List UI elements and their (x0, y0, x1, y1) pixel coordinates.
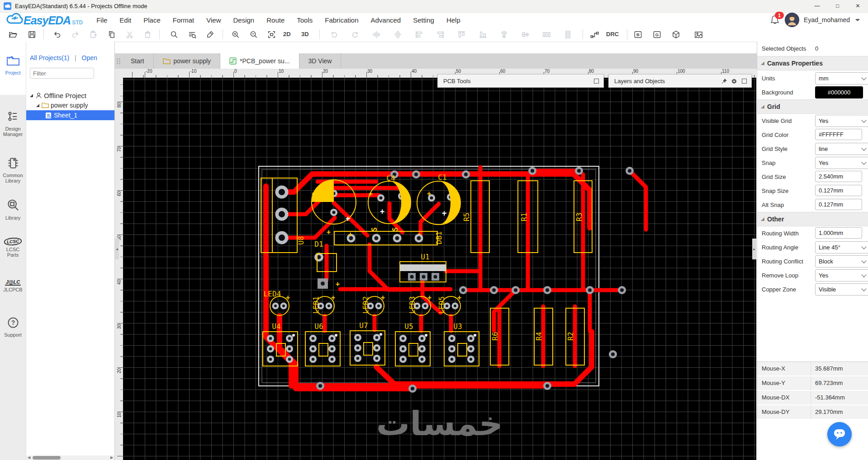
zoom-out-button[interactable] (248, 29, 259, 40)
zoom-in-button[interactable] (230, 29, 241, 40)
rail-item-support[interactable]: ? Support (0, 316, 26, 338)
collapse-left-panel-handle[interactable]: ◂ (115, 239, 119, 259)
drc-button[interactable]: DRC (606, 29, 619, 40)
open-link[interactable]: Open (82, 54, 97, 61)
align-right-button[interactable] (435, 29, 446, 40)
tab-drag-handle[interactable] (116, 58, 121, 64)
menu-help[interactable]: Help (446, 16, 460, 24)
delete-button[interactable] (142, 29, 153, 40)
rotate-cw-button[interactable] (350, 29, 360, 40)
menu-fabrication[interactable]: Fabrication (325, 16, 358, 24)
collapse-right-panel-handle[interactable]: ▸ (752, 239, 756, 259)
rail-item-design-manager[interactable]: Design Manager (0, 110, 26, 137)
tab-3d-view[interactable]: 3D View (299, 53, 342, 69)
expand-caret-icon[interactable] (30, 94, 33, 97)
copper-zone-select[interactable]: Visible (815, 283, 868, 296)
menu-edit[interactable]: Edit (119, 16, 131, 24)
snap-select[interactable]: Yes (815, 157, 868, 169)
support-chat-button[interactable] (827, 422, 852, 446)
flip-horizontal-button[interactable] (371, 29, 382, 40)
tab-power-supply[interactable]: power supply (154, 53, 221, 69)
rail-item-common-library[interactable]: Common Library (0, 157, 26, 183)
redo-button[interactable] (70, 29, 81, 40)
expand-caret-icon[interactable] (36, 104, 39, 107)
cut-button[interactable] (124, 29, 135, 40)
scrollbar-thumb[interactable] (33, 456, 61, 460)
other-section[interactable]: Other (757, 212, 868, 226)
tree-node-offline-project[interactable]: Offline Project (26, 90, 114, 100)
visible-grid-select[interactable]: Yes (815, 115, 868, 127)
open-button[interactable] (7, 29, 18, 40)
menu-route[interactable]: Route (266, 16, 285, 24)
all-projects-link[interactable]: All Projects(1) (30, 54, 69, 61)
expand-panel-icon[interactable] (593, 78, 599, 84)
brush-button[interactable] (204, 29, 215, 40)
menu-format[interactable]: Format (173, 16, 194, 24)
pin-icon[interactable] (721, 78, 727, 84)
grid-style-select[interactable]: line (815, 143, 868, 155)
gerber-button[interactable]: G (651, 29, 662, 40)
tree-node-power-supply[interactable]: power supply (26, 100, 114, 110)
view-3d-button[interactable]: 3D (301, 29, 309, 40)
align-top-button[interactable] (456, 29, 467, 40)
rail-item-library[interactable]: Library (0, 198, 26, 221)
menu-place[interactable]: Place (143, 16, 161, 24)
menu-tools[interactable]: Tools (297, 16, 313, 24)
units-select[interactable]: mm (815, 72, 868, 84)
filter-input[interactable] (30, 68, 94, 79)
grid-section[interactable]: Grid (757, 99, 868, 114)
routing-angle-select[interactable]: Line 45° (815, 241, 868, 253)
username[interactable]: Eyad_mohamed (804, 16, 850, 23)
close-button[interactable]: ✕ (848, 0, 868, 12)
image-export-button[interactable] (693, 29, 704, 40)
align-left-button[interactable] (413, 29, 424, 40)
rail-item-project[interactable]: Project (0, 55, 26, 75)
route-button[interactable] (589, 29, 600, 40)
menu-design[interactable]: Design (233, 16, 255, 24)
layers-objects-panel[interactable]: Layers and Objects (608, 74, 752, 88)
alt-snap-input[interactable] (815, 199, 862, 210)
bom-button[interactable]: B (632, 29, 643, 40)
maximize-button[interactable]: □ (827, 0, 848, 12)
tab-start[interactable]: Start (122, 53, 154, 69)
menu-view[interactable]: View (206, 16, 221, 24)
project-panel-hscrollbar[interactable]: ◀ ▶ (26, 455, 114, 460)
remove-loop-select[interactable]: Yes (815, 269, 868, 282)
search-button[interactable] (168, 29, 179, 40)
scroll-right-arrow[interactable]: ▶ (109, 455, 114, 460)
tree-node-sheet1[interactable]: Sheet_1 (26, 110, 114, 120)
settings-gear-icon[interactable] (731, 78, 737, 84)
routing-conflict-select[interactable]: Block (815, 255, 868, 268)
avatar[interactable] (785, 13, 799, 27)
save-button[interactable] (26, 29, 37, 40)
rail-item-jlcpcb[interactable]: J@LC JLCPCB (0, 277, 26, 292)
canvas-properties-section[interactable]: Canvas Properties (757, 56, 868, 70)
find-similar-button[interactable] (186, 29, 197, 40)
grid-size-input[interactable] (815, 171, 862, 182)
routing-width-input[interactable] (815, 227, 862, 239)
copy-button[interactable] (106, 29, 117, 40)
tab-pcb-power-supply[interactable]: *PCB_power su... (220, 53, 299, 69)
distribute-horizontal-button[interactable] (541, 29, 552, 40)
snap-size-input[interactable] (815, 185, 862, 196)
package-button[interactable] (670, 29, 681, 40)
pcb-tools-panel[interactable]: PCB Tools (437, 74, 604, 88)
user-menu-caret-icon[interactable] (855, 19, 860, 21)
pcb-canvas[interactable]: خمسات (123, 78, 756, 460)
distribute-vertical-button[interactable] (562, 29, 573, 40)
notifications-button[interactable]: 1 (770, 14, 780, 25)
paste-button[interactable] (88, 29, 99, 40)
minimize-button[interactable]: — (807, 0, 827, 12)
align-center-horizontal-button[interactable] (520, 29, 531, 40)
flip-vertical-button[interactable] (392, 29, 403, 40)
menu-file[interactable]: File (96, 16, 107, 24)
undo-button[interactable] (52, 29, 62, 40)
view-2d-button[interactable]: 2D (283, 29, 291, 40)
scroll-left-arrow[interactable]: ◀ (26, 455, 32, 460)
align-bottom-button[interactable] (477, 29, 488, 40)
menu-advanced[interactable]: Advanced (370, 16, 401, 24)
align-center-vertical-button[interactable] (498, 29, 509, 40)
background-color-swatch[interactable]: #000000 (815, 86, 863, 99)
rail-item-lcsc-parts[interactable]: LCSC LCSC Parts (0, 237, 26, 258)
zoom-fit-button[interactable] (266, 29, 277, 40)
